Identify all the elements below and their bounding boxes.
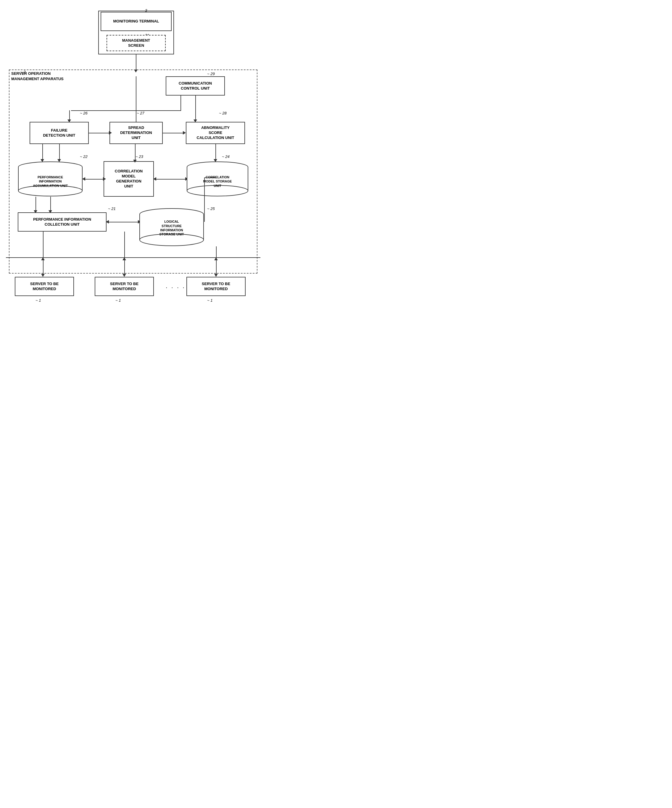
server-monitored-3-box: SERVER TO BE MONITORED: [186, 277, 246, 296]
arrowhead-s2-up: [122, 257, 126, 260]
line-cc-asc: [195, 95, 196, 121]
arrowhead-pa-cmg-r: [103, 177, 106, 181]
arrow-sd-as: [163, 133, 184, 134]
performance-accumulation-cylinder: PERFORMANCE INFORMATION ACCUMULATION UNI…: [18, 161, 83, 197]
ref-25: ~ 25: [207, 207, 215, 211]
arrowhead-pc-ls-l: [106, 220, 109, 224]
logical-structure-cylinder: LOGICAL STRUCTURE INFORMATION STORAGE UN…: [139, 208, 204, 246]
server-monitored-2-box: SERVER TO BE MONITORED: [95, 277, 154, 296]
monitoring-terminal-outer: [98, 11, 174, 54]
ref-29: ~ 29: [207, 72, 215, 76]
arrow-pa-cmg: [83, 179, 104, 180]
ref-21: ~ 21: [108, 207, 116, 211]
line-pa-pc-down: [50, 197, 51, 212]
arrowhead-fd-sd: [109, 131, 112, 135]
line-fd-pa-down2: [42, 144, 43, 160]
line-pc-s1: [43, 232, 43, 261]
arrow-pc-ls: [107, 222, 139, 222]
failure-detection-box: FAILURE DETECTION UNIT: [30, 122, 89, 144]
ref-23: ~ 23: [135, 154, 143, 159]
arrowhead-s1: [41, 274, 45, 277]
performance-collection-box: PERFORMANCE INFORMATION COLLECTION UNIT: [18, 212, 107, 232]
spread-determination-box: SPREAD DETERMINATION UNIT: [109, 122, 163, 144]
server-monitored-1-box: SERVER TO BE MONITORED: [15, 277, 74, 296]
ref-26: ~ 26: [80, 111, 88, 115]
line-fd-pa-down: [59, 144, 60, 160]
arrowhead-s3: [214, 274, 218, 277]
apparatus-label: SERVER OPERATION MANAGEMENT APPARATUS: [11, 71, 64, 82]
arrowhead-cms-cmg: [153, 177, 156, 181]
arrow-fd-sd: [89, 133, 110, 134]
correlation-model-storage-cylinder: CORRELATION MODEL STORAGE UNIT: [186, 161, 249, 197]
ref-24: ~ 24: [222, 154, 230, 159]
ref-1c: ~ 1: [207, 298, 212, 302]
line-cc-down: [181, 95, 181, 110]
arrowhead-s2: [122, 274, 126, 277]
line-sd-cms: [135, 144, 135, 160]
arrowhead-sd-as: [183, 131, 186, 135]
line-as-cms-down: [216, 144, 216, 160]
arrowhead-s3-up: [214, 257, 218, 260]
arrow-cmg-cms: [154, 179, 186, 180]
communication-control-box: COMMUNICATION CONTROL UNIT: [166, 76, 225, 95]
abnormality-score-box: ABNORMALITY SCORE CALCULATION UNIT: [186, 122, 245, 144]
line-pc-s2: [124, 232, 125, 261]
correlation-model-gen-box: CORRELATION MODEL GENERATION UNIT: [104, 161, 154, 197]
ref-22: ~ 22: [80, 154, 88, 159]
diagram: 3 MONITORING TERMINAL 31 MANAGEMENT SCRE…: [0, 0, 266, 319]
line-cc-left-down: [136, 76, 136, 122]
ref-1b: ~ 1: [115, 298, 121, 302]
arrowhead-s1-up: [41, 257, 45, 260]
ref-1a: ~ 1: [35, 298, 41, 302]
ref-27: ~ 27: [137, 111, 144, 115]
line-pa-pc-down2: [35, 197, 36, 212]
ref-2: ~ 2: [20, 70, 25, 74]
line-fd-v: [69, 110, 70, 121]
ref-28: ~ 28: [219, 111, 227, 115]
arrowhead-sd-cms: [133, 160, 137, 163]
arrow-mt-cc: [136, 54, 136, 71]
